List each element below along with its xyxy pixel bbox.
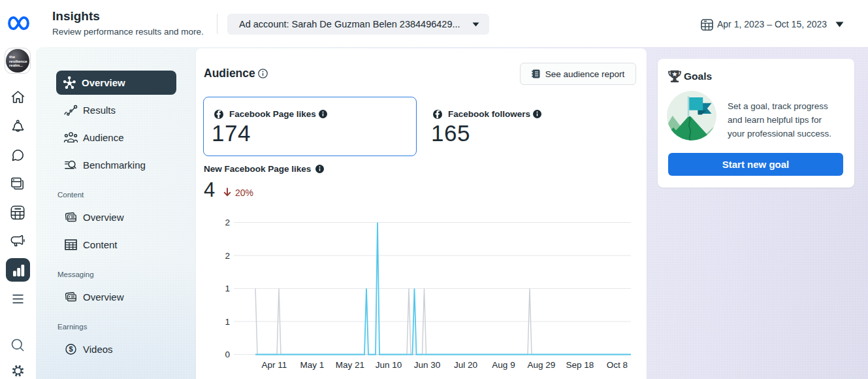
svg-text:May 1: May 1: [300, 360, 325, 370]
svg-text:1: 1: [225, 284, 230, 293]
svg-text:0: 0: [225, 350, 230, 359]
svg-text:Aug 9: Aug 9: [492, 360, 515, 370]
svg-text:Oct 8: Oct 8: [607, 360, 628, 370]
svg-text:Jun 30: Jun 30: [414, 360, 441, 370]
svg-text:2: 2: [225, 218, 230, 227]
svg-text:Jul 20: Jul 20: [454, 360, 477, 370]
svg-text:Apr 11: Apr 11: [262, 360, 287, 370]
svg-text:2: 2: [225, 251, 230, 261]
svg-text:Jun 10: Jun 10: [376, 360, 402, 370]
svg-text:★: ★: [671, 70, 677, 78]
svg-text:Aug 29: Aug 29: [528, 360, 556, 370]
svg-text:May 21: May 21: [336, 360, 364, 370]
svg-text:Sep 18: Sep 18: [566, 360, 594, 370]
svg-text:1: 1: [225, 317, 230, 327]
svg-text:$: $: [69, 345, 72, 353]
